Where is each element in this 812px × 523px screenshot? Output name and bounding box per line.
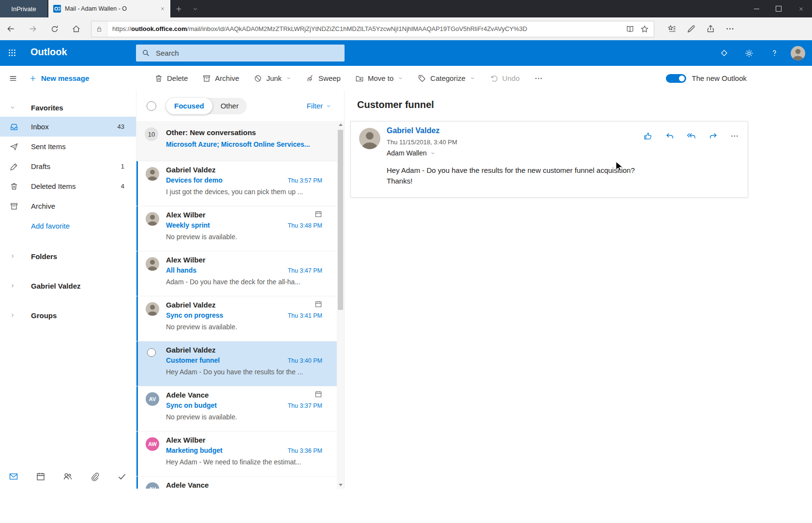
search-input[interactable] bbox=[155, 48, 339, 58]
message-sender: Alex Wilber bbox=[166, 256, 206, 264]
categorize-chevron-icon[interactable] bbox=[470, 76, 475, 81]
favorites-hub-icon[interactable] bbox=[662, 24, 681, 33]
module-switcher bbox=[0, 464, 136, 489]
address-bar[interactable]: https://outlook.office.com/mail/inbox/id… bbox=[91, 21, 654, 37]
move-to-button[interactable]: Move to bbox=[355, 74, 403, 83]
message-sender: Alex Wilber bbox=[166, 211, 206, 219]
list-scrollbar[interactable] bbox=[337, 121, 344, 489]
message-subject: Customer funnel bbox=[166, 356, 220, 364]
help-icon[interactable] bbox=[762, 40, 787, 66]
browser-more-icon[interactable] bbox=[720, 24, 739, 33]
reply-icon[interactable] bbox=[665, 131, 675, 141]
web-note-pen-icon[interactable] bbox=[681, 24, 701, 33]
new-tab-button[interactable] bbox=[170, 0, 187, 17]
sidebar-item-sent-items[interactable]: Sent Items bbox=[0, 137, 136, 156]
tab-close-icon[interactable] bbox=[160, 6, 165, 12]
select-all-checkbox[interactable] bbox=[147, 101, 156, 111]
settings-gear-icon[interactable] bbox=[737, 40, 762, 66]
message-row[interactable]: Gabriel Valdez Sync on progress Thu 3:41… bbox=[136, 296, 337, 341]
tab-list-chevron-icon[interactable] bbox=[187, 0, 203, 17]
sweep-button[interactable]: Sweep bbox=[306, 74, 341, 83]
account-avatar[interactable] bbox=[791, 46, 805, 61]
chevron-down-icon bbox=[10, 105, 21, 110]
message-card[interactable]: Gabriel Valdez Thu 11/15/2018, 3:40 PM A… bbox=[350, 121, 748, 198]
hamburger-menu-icon[interactable] bbox=[9, 74, 17, 83]
message-preview: No preview is available. bbox=[166, 233, 328, 241]
recipients-chevron-icon[interactable] bbox=[430, 151, 436, 156]
forward-icon[interactable] bbox=[708, 131, 718, 141]
share-icon[interactable] bbox=[701, 24, 720, 33]
tab-focused[interactable]: Focused bbox=[166, 98, 212, 114]
tab-title: Mail - Adam Wallen - O bbox=[65, 5, 156, 12]
sidebar-item-deleted-items[interactable]: Deleted Items4 bbox=[0, 176, 136, 196]
new-outlook-toggle[interactable] bbox=[666, 74, 686, 83]
conversation-title: Customer funnel bbox=[357, 99, 434, 110]
calendar-module-icon[interactable] bbox=[36, 472, 45, 481]
forward-button[interactable] bbox=[22, 17, 44, 40]
junk-button[interactable]: Junk bbox=[254, 74, 291, 83]
folders-section-header[interactable]: Folders bbox=[0, 247, 136, 265]
back-button[interactable] bbox=[0, 17, 22, 40]
message-body-line: Thanks! bbox=[387, 176, 635, 186]
browser-tab[interactable]: Mail - Adam Wallen - O bbox=[48, 0, 170, 17]
message-list-header: Focused Other Filter bbox=[136, 91, 344, 121]
window-controls bbox=[745, 0, 812, 17]
message-preview: Adam - Do you have the deck for the all-… bbox=[166, 278, 328, 286]
favorites-section-header[interactable]: Favorites bbox=[0, 98, 136, 117]
avatar bbox=[146, 257, 159, 271]
reply-all-icon[interactable] bbox=[687, 131, 696, 141]
message-row[interactable]: Alex Wilber Weekly sprint Thu 3:48 PM No… bbox=[136, 206, 337, 251]
categorize-button[interactable]: Categorize bbox=[418, 74, 475, 83]
message-row[interactable]: AW Alex Wilber Marketing budget Thu 3:36… bbox=[136, 431, 337, 477]
search-box[interactable] bbox=[136, 45, 345, 62]
groups-section-header[interactable]: Groups bbox=[0, 306, 136, 324]
user-folder-section-header[interactable]: Gabriel Valdez bbox=[0, 277, 136, 295]
scroll-down-arrow[interactable] bbox=[339, 484, 343, 486]
sidebar-item-inbox[interactable]: Inbox43 bbox=[0, 117, 136, 137]
people-module-icon[interactable] bbox=[63, 472, 73, 481]
message-row[interactable]: Alex Wilber All hands Thu 3:47 PM Adam -… bbox=[136, 251, 337, 296]
message-row[interactable]: Gabriel Valdez Devices for demo Thu 3:57… bbox=[136, 161, 337, 206]
sidebar-item-archive[interactable]: Archive bbox=[0, 196, 136, 216]
tasks-check-icon[interactable] bbox=[117, 472, 127, 481]
add-favorite-button[interactable]: Add favorite bbox=[0, 216, 136, 236]
banner-title: Other: New conversations bbox=[166, 128, 256, 137]
minimize-button[interactable] bbox=[745, 0, 767, 17]
junk-chevron-icon[interactable] bbox=[286, 76, 291, 81]
home-button[interactable] bbox=[65, 17, 87, 40]
like-icon[interactable] bbox=[643, 131, 653, 141]
message-row[interactable]: AV Adele Vance Sync on budget Thu 3:37 P… bbox=[136, 386, 337, 431]
refresh-button[interactable] bbox=[44, 17, 65, 40]
message-more-icon[interactable] bbox=[730, 132, 739, 140]
reading-view-icon[interactable] bbox=[626, 25, 634, 33]
close-window-button[interactable] bbox=[790, 0, 812, 17]
archive-button[interactable]: Archive bbox=[202, 74, 239, 83]
mail-module-icon[interactable] bbox=[9, 472, 18, 481]
sidebar-item-drafts[interactable]: Drafts1 bbox=[0, 156, 136, 176]
sender-name[interactable]: Gabriel Valdez bbox=[387, 126, 439, 135]
undo-button[interactable]: Undo bbox=[490, 74, 520, 83]
files-paperclip-icon[interactable] bbox=[90, 472, 100, 481]
recipient-row[interactable]: Adam Wallen bbox=[387, 149, 436, 157]
new-message-button[interactable]: New message bbox=[29, 74, 89, 82]
message-row-selected[interactable]: Gabriel Valdez Customer funnel Thu 3:40 … bbox=[136, 341, 337, 386]
message-row[interactable]: AV Adele Vance New onboarding process Th… bbox=[136, 477, 337, 489]
deleted-count: 4 bbox=[121, 183, 124, 190]
message-select-radio[interactable] bbox=[147, 348, 156, 357]
app-launcher-waffle-icon[interactable] bbox=[8, 48, 16, 57]
scrollbar-thumb[interactable] bbox=[338, 130, 343, 310]
move-to-chevron-icon[interactable] bbox=[398, 76, 403, 81]
chevron-right-icon bbox=[10, 312, 21, 318]
message-sender: Gabriel Valdez bbox=[166, 346, 216, 354]
delete-button[interactable]: Delete bbox=[154, 74, 188, 83]
add-favorite-star-icon[interactable] bbox=[640, 25, 649, 33]
commands-more-icon[interactable] bbox=[534, 74, 543, 83]
skype-icon[interactable] bbox=[711, 40, 737, 66]
tab-other[interactable]: Other bbox=[212, 98, 247, 114]
filter-button[interactable]: Filter bbox=[307, 102, 331, 110]
message-preview: Hey Adam - Do you have the results for t… bbox=[166, 368, 328, 376]
scroll-up-arrow[interactable] bbox=[339, 123, 343, 126]
maximize-button[interactable] bbox=[767, 0, 790, 17]
search-icon bbox=[142, 49, 150, 57]
other-conversations-banner[interactable]: 10 Other: New conversations Microsoft Az… bbox=[136, 121, 337, 161]
